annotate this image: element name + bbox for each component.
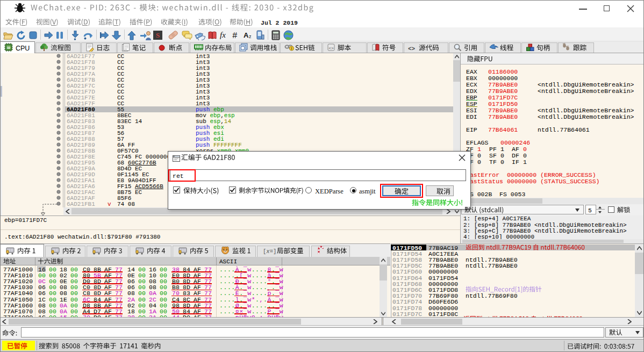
- svg-text:32: 32: [7, 46, 11, 49]
- svg-text:A: A: [244, 31, 249, 39]
- svg-text:!: !: [291, 47, 292, 51]
- svg-text:z: z: [249, 34, 252, 39]
- svg-text:fx: fx: [220, 31, 226, 39]
- svg-text:<>: <>: [408, 46, 416, 52]
- svg-text:S: S: [156, 31, 160, 39]
- svg-text:#: #: [232, 31, 238, 40]
- svg-text:<>: <>: [328, 46, 334, 51]
